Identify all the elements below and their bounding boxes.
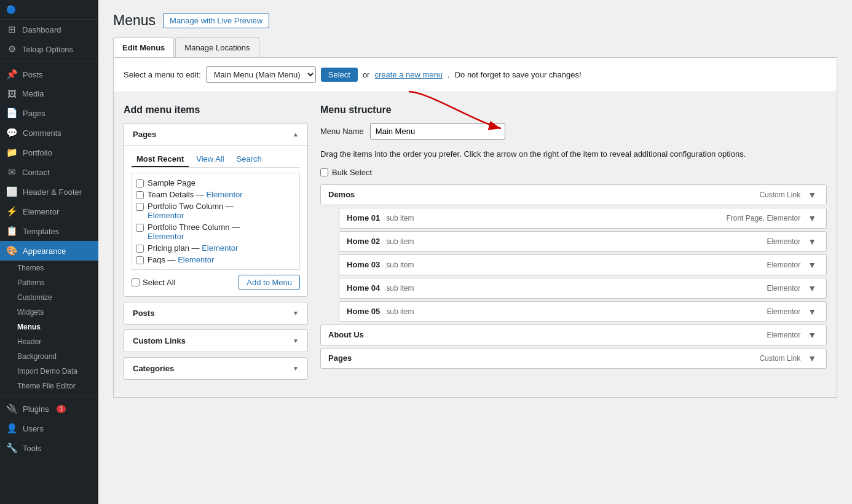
menu-item-home05[interactable]: Home 05 sub item Elementor ▼ [339,301,827,322]
sidebar-item-tekup[interactable]: ⚙ Tekup Options [0,39,98,59]
create-new-menu-link[interactable]: create a new menu [374,70,443,79]
pages-tab-view-all[interactable]: View All [191,152,229,167]
pages-tab-most-recent[interactable]: Most Recent [132,152,189,167]
page-item-label: Portfolio Three Column —Elementor [148,222,240,241]
sidebar-item-media[interactable]: 🖼 Media [0,84,98,103]
page-checkbox[interactable] [136,224,144,232]
menu-item-home02-type: Elementor [767,237,800,246]
tab-edit-menus[interactable]: Edit Menus [113,37,174,57]
menu-item-pages-expand[interactable]: ▼ [805,353,819,363]
sidebar-item-plugins[interactable]: 🔌 Plugins 1 [0,399,98,419]
sidebar-item-pages[interactable]: 📄 Pages [0,103,98,123]
sidebar-item-tools[interactable]: 🔧 Tools [0,438,98,458]
menu-item-pages[interactable]: Pages Custom Link ▼ [320,348,827,369]
menu-item-home05-expand[interactable]: ▼ [805,307,819,317]
sidebar-sub-widgets[interactable]: Widgets [0,305,98,320]
select-all-row: Select All Add to Menu [132,275,300,290]
sidebar-sub-menus[interactable]: Menus [0,320,98,334]
tools-icon: 🔧 [6,443,18,454]
sidebar-item-label: Templates [23,227,59,236]
menu-name-input[interactable] [370,123,505,140]
menu-item-home01-name: Home 01 [347,213,380,222]
page-checkbox[interactable] [136,203,144,211]
custom-links-accordion: Custom Links ▼ [124,329,308,352]
menu-item-about-us[interactable]: About Us Elementor ▼ [320,325,827,345]
sidebar-item-contact[interactable]: ✉ Contact [0,162,98,182]
select-all-label[interactable]: Select All [132,278,175,287]
pages-tab-search[interactable]: Search [232,152,267,167]
sidebar-sub-header[interactable]: Header [0,334,98,349]
menu-item-home05-right: Elementor ▼ [767,307,819,317]
appearance-icon: 🎨 [6,245,18,256]
menu-dropdown[interactable]: Main Menu (Main Menu) [206,66,316,83]
tabs-bar: Edit Menus Manage Locations [113,37,837,58]
page-checkbox[interactable] [136,256,144,264]
sidebar-sub-import-demo[interactable]: Import Demo Data [0,364,98,379]
posts-accordion-label: Posts [133,309,154,318]
sidebar-sub-patterns[interactable]: Patterns [0,275,98,290]
menu-item-about-us-left: About Us [328,330,364,339]
categories-accordion-header[interactable]: Categories ▼ [124,358,307,379]
menu-item-home05-name: Home 05 [347,307,380,316]
portfolio-icon: 📁 [6,147,18,158]
sidebar-item-header-footer[interactable]: ⬜ Header & Footer [0,182,98,202]
select-button[interactable]: Select [321,68,358,82]
sidebar-item-label: Tools [23,444,41,453]
menu-name-row: Menu Name [320,123,827,140]
menu-item-demos[interactable]: Demos Custom Link ▼ [320,184,827,205]
pages-accordion-chevron-up: ▲ [293,131,299,138]
menu-item-home04[interactable]: Home 04 sub item Elementor ▼ [339,278,827,299]
menu-item-demos-name: Demos [328,190,355,199]
menu-item-home02-expand[interactable]: ▼ [805,237,819,246]
menu-item-home03[interactable]: Home 03 sub item Elementor ▼ [339,254,827,275]
comments-icon: 💬 [6,127,18,138]
sidebar-item-label: Plugins [23,404,49,414]
sidebar-sub-themes[interactable]: Themes [0,261,98,275]
posts-accordion-header[interactable]: Posts ▼ [124,302,307,324]
live-preview-button[interactable]: Manage with Live Preview [163,13,269,28]
menu-item-home03-name: Home 03 [347,260,380,269]
pages-accordion-header[interactable]: Pages ▲ [124,124,307,145]
sidebar-sub-background[interactable]: Background [0,349,98,364]
custom-links-accordion-header[interactable]: Custom Links ▼ [124,330,307,352]
sidebar-item-users[interactable]: 👤 Users [0,419,98,438]
menu-item-about-us-expand[interactable]: ▼ [805,330,819,340]
page-checkbox[interactable] [136,179,144,187]
menu-item-home02-sub: sub item [386,237,414,246]
tab-manage-locations[interactable]: Manage Locations [175,37,259,57]
menu-item-home01-expand[interactable]: ▼ [805,213,819,223]
sidebar-item-elementor[interactable]: ⚡ Elementor [0,202,98,221]
sidebar-sub-theme-file-editor[interactable]: Theme File Editor [0,379,98,393]
sidebar-item-portfolio[interactable]: 📁 Portfolio [0,143,98,162]
sidebar-item-label: Portfolio [23,148,52,157]
gear-icon: ⚙ [6,44,17,55]
menu-item-home03-type: Elementor [767,261,800,269]
menu-item-home03-expand[interactable]: ▼ [805,260,819,270]
page-checkbox[interactable] [136,191,144,199]
list-item: Pricing plan — Elementor [136,242,296,254]
sidebar-item-dashboard[interactable]: ⊞ Dashboard [0,20,98,39]
page-checkbox[interactable] [136,245,144,253]
sidebar: 🔵 ⊞ Dashboard ⚙ Tekup Options 📌 Posts 🖼 … [0,0,98,504]
sidebar-item-templates[interactable]: 📋 Templates [0,221,98,241]
sidebar-item-appearance[interactable]: 🎨 Appearance [0,241,98,261]
plugins-icon: 🔌 [6,403,18,414]
bulk-select-checkbox[interactable] [320,168,328,176]
menu-item-home04-expand[interactable]: ▼ [805,283,819,293]
select-all-checkbox[interactable] [132,278,140,286]
pages-accordion-body: Most Recent View All Search Sample Page [124,145,307,296]
menu-item-demos-expand[interactable]: ▼ [805,190,819,200]
menu-name-label: Menu Name [320,127,364,136]
content-area: Select a menu to edit: Main Menu (Main M… [113,58,837,398]
sidebar-item-posts[interactable]: 📌 Posts [0,65,98,84]
menu-item-home01[interactable]: Home 01 sub item Front Page, Elementor ▼ [339,208,827,229]
save-reminder-text: Do not forget to save your changes! [455,70,582,79]
menu-item-home02[interactable]: Home 02 sub item Elementor ▼ [339,231,827,252]
categories-accordion: Categories ▼ [124,357,308,380]
add-to-menu-button[interactable]: Add to Menu [239,275,300,290]
bulk-select-row: Bulk Select [320,168,827,177]
templates-icon: 📋 [6,226,18,237]
sidebar-item-comments[interactable]: 💬 Comments [0,123,98,143]
sidebar-sub-customize[interactable]: Customize [0,290,98,305]
list-item: Team Details — Elementor [136,189,296,200]
